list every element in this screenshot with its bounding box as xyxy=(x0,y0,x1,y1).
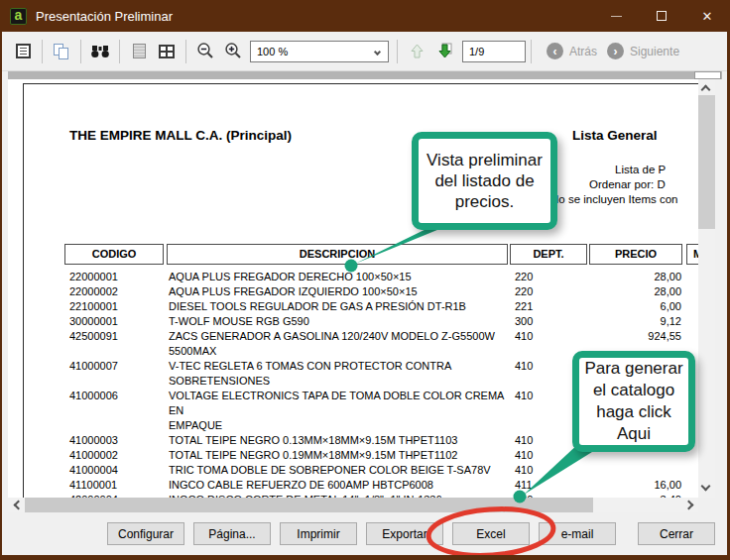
imprimir-button[interactable]: Imprimir xyxy=(280,522,357,545)
binoculars-icon xyxy=(90,44,110,59)
cell-descripcion: AQUA PLUS FREGADOR IZQUIERDO 100×50×15 xyxy=(169,284,511,299)
zoom-level-select[interactable]: 100 % xyxy=(250,41,389,62)
page-up-icon xyxy=(409,43,426,59)
horizontal-scrollbar[interactable] xyxy=(8,498,698,512)
cell-descripcion: ZACS GENERADOR A GASOLINA 120/240V MODEL… xyxy=(169,329,511,359)
cell-dept: 410 xyxy=(511,463,588,478)
company-name: THE EMPIRE MALL C.A. (Principal) xyxy=(69,128,292,143)
page-number-value: 1/9 xyxy=(469,46,484,57)
cell-precio xyxy=(588,463,681,478)
title-bar: a Presentación Preliminar ✕ xyxy=(0,0,730,32)
cell-codigo: 30000001 xyxy=(64,314,169,329)
find-button[interactable] xyxy=(87,39,113,64)
close-button[interactable]: ✕ xyxy=(684,0,730,32)
preview-top-scroll-thumb[interactable] xyxy=(694,71,721,79)
copy-button[interactable] xyxy=(49,39,74,64)
column-header-codigo: CODIGO xyxy=(64,244,164,265)
cell-descripcion: T-WOLF MOUSE RGB G590 xyxy=(169,314,511,329)
single-page-view-button[interactable] xyxy=(126,39,152,64)
cell-descripcion: TOTAL TEIPE NEGRO 0.13MM×18MM×9.15M THPE… xyxy=(169,433,511,448)
exportar-button[interactable]: Exportar xyxy=(366,522,443,545)
toolbar-separator xyxy=(185,40,186,63)
zoom-out-button[interactable] xyxy=(192,39,218,64)
maximize-button[interactable] xyxy=(639,0,684,32)
window-title: Presentación Preliminar xyxy=(36,9,173,24)
copy-icon xyxy=(54,44,69,59)
toolbar-separator xyxy=(42,40,43,63)
scroll-right-icon[interactable] xyxy=(684,501,694,510)
vertical-scrollbar[interactable] xyxy=(698,79,715,498)
cell-codigo: 41000006 xyxy=(64,389,169,433)
table-row: 41100001 INGCO CABLE REFUERZO DE 600AMP … xyxy=(64,478,681,493)
page-down-icon xyxy=(436,43,453,59)
excel-button[interactable]: Excel xyxy=(452,522,530,545)
cell-codigo: 22100001 xyxy=(64,299,169,314)
cell-descripcion: INGCO CABLE REFUERZO DE 600AMP HBTCP6008 xyxy=(169,478,511,493)
horizontal-scrollbar-thumb[interactable] xyxy=(25,498,593,512)
toolbar-separator xyxy=(531,40,532,63)
zoom-out-icon xyxy=(196,42,215,60)
toolbar-separator xyxy=(80,40,81,63)
single-page-icon xyxy=(133,44,146,58)
report-meta-line: Ordenar por: D xyxy=(589,178,666,190)
callout-preview-note: Vista preliminar del listado de precios. xyxy=(412,132,557,230)
back-button[interactable]: ‹ Atrás xyxy=(541,43,597,59)
preview-window: a Presentación Preliminar ✕ xyxy=(0,0,730,560)
table-row: 22000001 AQUA PLUS FREGADOR DERECHO 100×… xyxy=(64,270,681,284)
cerrar-button[interactable]: Cerrar xyxy=(638,522,715,545)
cell-dept: 300 xyxy=(511,314,588,329)
cell-precio: 16,00 xyxy=(588,478,681,493)
scroll-left-icon[interactable] xyxy=(14,501,24,510)
close-icon: ✕ xyxy=(702,9,713,24)
cell-codigo: 41100001 xyxy=(64,478,169,493)
cell-descripcion: TOTAL TEIPE NEGRO 0.19MM×18MM×9.15M THPE… xyxy=(169,448,511,463)
multi-page-icon xyxy=(159,45,175,58)
cell-dept: 221 xyxy=(511,299,588,314)
chevron-down-icon xyxy=(374,48,381,55)
next-button[interactable]: › Siguiente xyxy=(601,43,679,59)
cell-precio: 9,12 xyxy=(588,314,681,329)
report-icon xyxy=(16,44,31,58)
window-border xyxy=(0,0,2,560)
report-setup-button[interactable] xyxy=(10,39,36,64)
toolbar: 100 % 1/9 ‹ Atrás › Siguiente xyxy=(2,32,727,71)
cell-precio: 28,00 xyxy=(588,270,681,284)
email-button[interactable]: e-mail xyxy=(539,522,616,545)
cell-codigo: 41000004 xyxy=(64,463,169,478)
back-label: Atrás xyxy=(569,45,597,58)
toolbar-separator xyxy=(397,40,398,63)
cell-descripcion: AQUA PLUS FREGADOR DERECHO 100×50×15 xyxy=(169,270,511,284)
maximize-icon xyxy=(657,11,667,21)
zoom-in-button[interactable] xyxy=(220,39,246,64)
next-page-button[interactable] xyxy=(431,39,457,64)
report-meta-line: Lista de P xyxy=(615,164,666,175)
cell-codigo: 41000007 xyxy=(64,359,169,389)
cell-precio: 6,00 xyxy=(588,299,681,314)
table-row: 22100001 DIESEL TOOLS REGULADOR DE GAS A… xyxy=(64,299,681,314)
column-header-clipped: M xyxy=(686,244,698,265)
page-border-left xyxy=(23,83,24,498)
toolbar-separator xyxy=(119,40,120,63)
configurar-button[interactable]: Configurar xyxy=(107,522,184,545)
page-number-input[interactable]: 1/9 xyxy=(462,41,526,62)
cell-descripcion: TRIC TOMA DOBLE DE SOBREPONER COLOR BEIG… xyxy=(169,463,511,478)
multi-page-view-button[interactable] xyxy=(154,39,180,64)
column-header-precio: PRECIO xyxy=(589,244,682,265)
next-arrow-icon: › xyxy=(607,43,624,59)
previous-page-button[interactable] xyxy=(404,39,429,64)
zoom-in-icon xyxy=(224,42,243,60)
minimize-button[interactable] xyxy=(593,0,639,32)
cell-codigo: 22000001 xyxy=(64,270,169,284)
table-row: 30000001 T-WOLF MOUSE RGB G590 300 9,12 xyxy=(64,314,681,329)
table-row: 22000002 AQUA PLUS FREGADOR IZQUIERDO 10… xyxy=(64,284,681,299)
scroll-up-icon[interactable] xyxy=(701,85,711,95)
cell-descripcion: V-TEC REGLETA 6 TOMAS CON PROTECTOR CONT… xyxy=(169,359,511,389)
app-logo-icon: a xyxy=(10,8,27,25)
vertical-scrollbar-thumb[interactable] xyxy=(698,95,715,229)
cell-dept: 411 xyxy=(511,478,588,493)
cell-descripcion: DIESEL TOOLS REGULADOR DE GAS A PRESIÓN … xyxy=(169,299,511,314)
scroll-down-icon[interactable] xyxy=(701,482,711,492)
window-border xyxy=(0,555,730,560)
pagina-button[interactable]: Página... xyxy=(193,522,271,545)
cell-codigo: 42500091 xyxy=(64,329,169,359)
